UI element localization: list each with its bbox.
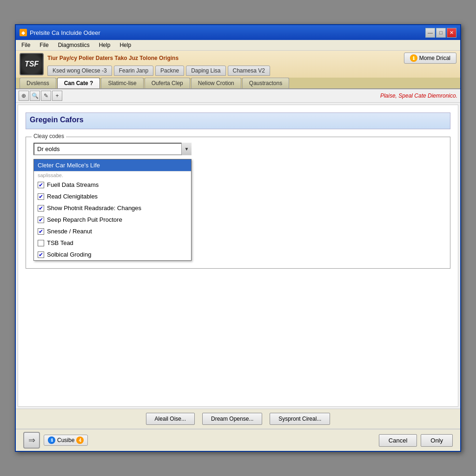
- toolbar-icon-edit[interactable]: ✎: [41, 91, 51, 101]
- footer: ⇒ ℹ Cusibe 4 Cancel Only: [16, 429, 460, 451]
- checklist-label-0: Fuell Data Streams: [47, 181, 99, 188]
- content-area: ⊕ 🔍 ✎ + Plaise, Speal Cate Diemronico. G…: [16, 89, 460, 429]
- checklist-label-5: TSB Tead: [47, 239, 73, 246]
- main-panel: Gregein Cafors Cleay codes Dr eolds ▼ Cl…: [18, 105, 458, 407]
- dream-opense-button[interactable]: Dream Opense...: [202, 413, 262, 425]
- checklist-label-2: Show Photnit Readsrade: Changes: [47, 205, 141, 212]
- aleail-oise-button[interactable]: Aleail Oise...: [146, 413, 195, 425]
- toolbar-links: Tiur Pay/cy Polier Daters Tako Juz Tolon…: [47, 53, 456, 76]
- main-window: ◆ Prelsite Ca Incluide Odeer — □ ✕ File …: [15, 24, 461, 452]
- bottom-buttons: Aleail Oise... Dream Opense... Syspront …: [16, 409, 460, 429]
- panel-title: Gregein Cafors: [26, 112, 450, 129]
- toolbar-area: TSF Tiur Pay/cy Polier Daters Tako Juz T…: [16, 51, 460, 89]
- toolbar-tab-0[interactable]: Ksed wong Oliecse -3: [47, 66, 112, 76]
- dropdown-item-selected[interactable]: Cleter Car Mellce's Life: [34, 159, 191, 171]
- toolbar-tab-4[interactable]: Chamesa V2: [228, 66, 270, 76]
- toolbar-tab-3[interactable]: Daping Lisa: [186, 66, 225, 76]
- toolbar-tab-1[interactable]: Fearin Janp: [114, 66, 153, 76]
- dropdown-separator: saplissabe.: [34, 171, 191, 179]
- maximize-button[interactable]: □: [436, 28, 446, 38]
- checkbox-5[interactable]: [38, 240, 44, 246]
- syspront-cireal-button[interactable]: Syspront Cireal...: [270, 413, 330, 425]
- tab-slatimc[interactable]: Slatimc-lise: [101, 78, 143, 88]
- menu-bar: File File Diagmostiics Help Help: [16, 40, 460, 51]
- menu-item-help1[interactable]: Help: [95, 41, 114, 49]
- checklist-item-1[interactable]: ✔ Read Clenigitables: [34, 191, 191, 202]
- tag-label: Cusibe: [57, 437, 74, 443]
- tab-dvslenss[interactable]: Dvslenss: [20, 78, 56, 88]
- nav-arrow-button[interactable]: ⇒: [23, 432, 40, 449]
- only-button[interactable]: Only: [421, 434, 453, 447]
- toolbar-tab-2[interactable]: Packne: [155, 66, 184, 76]
- checkbox-2[interactable]: ✔: [38, 205, 44, 212]
- nav-tab-row: Dvslenss Can Cate ? Slatimc-lise Ouferta…: [16, 78, 460, 88]
- checklist-label-3: Seep Reparch Puit Proctore: [47, 216, 122, 223]
- checklist-item-2[interactable]: ✔ Show Photnit Readsrade: Changes: [34, 202, 191, 214]
- checkbox-4[interactable]: ✔: [38, 228, 44, 235]
- window-icon: ◆: [20, 29, 27, 36]
- mome-icon: ℹ: [410, 54, 417, 62]
- codes-legend: Cleay codes: [32, 133, 66, 139]
- tab-can-cate[interactable]: Can Cate ?: [57, 78, 100, 88]
- menu-item-diagnostics[interactable]: Diagmostiics: [54, 41, 93, 49]
- status-message: Plaise, Speal Cate Diemronico.: [380, 93, 457, 99]
- dropdown-select[interactable]: Dr eolds: [33, 143, 192, 155]
- icon-toolbar: ⊕ 🔍 ✎ + Plaise, Speal Cate Diemronico.: [16, 89, 460, 103]
- toolbar-icon-magnify[interactable]: 🔍: [30, 91, 40, 101]
- checklist-item-3[interactable]: ✔ Seep Reparch Puit Proctore: [34, 214, 191, 225]
- toolbar-icon-search-zoom[interactable]: ⊕: [19, 91, 29, 101]
- checklist-label-1: Read Clenigitables: [47, 193, 98, 200]
- checklist-item-6[interactable]: ✔ Solbical Groding: [34, 249, 191, 260]
- window-title: Prelsite Ca Incluide Odeer: [30, 29, 100, 36]
- toolbar-title: Tiur Pay/cy Polier Daters Tako Juz Tolon…: [47, 55, 178, 61]
- tab-qaustractons[interactable]: Qaustractons: [242, 78, 289, 88]
- footer-right: Cancel Only: [379, 434, 453, 447]
- menu-item-help2[interactable]: Help: [116, 41, 135, 49]
- checkbox-3[interactable]: ✔: [38, 217, 44, 223]
- checkbox-0[interactable]: ✔: [38, 182, 44, 188]
- footer-tag: ℹ Cusibe 4: [44, 435, 88, 446]
- cancel-button[interactable]: Cancel: [379, 434, 417, 447]
- checklist-label-6: Solbical Groding: [47, 251, 91, 258]
- menu-item-file2[interactable]: File: [36, 41, 52, 49]
- title-buttons: — □ ✕: [425, 28, 456, 38]
- toolbar-icon-add[interactable]: +: [52, 91, 62, 101]
- tag-info-icon: ℹ: [48, 436, 55, 444]
- footer-left: ⇒ ℹ Cusibe 4: [23, 432, 88, 449]
- checklist-item-5[interactable]: TSB Tead: [34, 237, 191, 249]
- checkbox-6[interactable]: ✔: [38, 251, 44, 258]
- checklist-label-4: Snesde / Reanut: [47, 228, 92, 235]
- dropdown-container: Dr eolds ▼: [33, 143, 192, 155]
- checkbox-1[interactable]: ✔: [38, 193, 44, 200]
- checklist-item-0[interactable]: ✔ Fuell Data Streams: [34, 179, 191, 191]
- checklist-item-4[interactable]: ✔ Snesde / Reanut: [34, 225, 191, 237]
- toolbar-tabs: Ksed wong Oliecse -3 Fearin Janp Packne …: [47, 66, 456, 76]
- menu-item-file1[interactable]: File: [18, 41, 34, 49]
- codes-section: Cleay codes Dr eolds ▼ Cleter Car Mellce…: [26, 137, 450, 269]
- mome-drical-button[interactable]: ℹ Mome Drical: [404, 53, 456, 64]
- tab-ouferta[interactable]: Ouferta Clep: [145, 78, 190, 88]
- tab-neliow[interactable]: Neliow Crotion: [191, 78, 241, 88]
- minimize-button[interactable]: —: [425, 28, 435, 38]
- title-bar: ◆ Prelsite Ca Incluide Odeer — □ ✕: [16, 25, 460, 40]
- dropdown-list: Cleter Car Mellce's Life saplissabe. ✔ F…: [33, 159, 192, 261]
- close-button[interactable]: ✕: [447, 28, 456, 38]
- tag-badge: 4: [76, 436, 84, 444]
- tsf-logo: TSF: [20, 53, 44, 75]
